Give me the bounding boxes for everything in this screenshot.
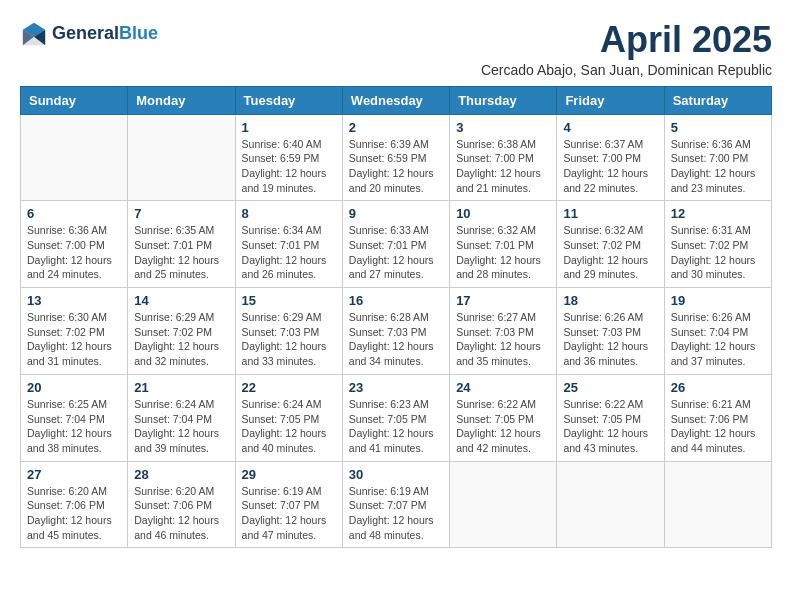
day-number: 9 [349, 206, 443, 221]
day-cell: 3Sunrise: 6:38 AM Sunset: 7:00 PM Daylig… [450, 114, 557, 201]
month-title: April 2025 [481, 20, 772, 60]
day-cell: 13Sunrise: 6:30 AM Sunset: 7:02 PM Dayli… [21, 288, 128, 375]
logo: GeneralBlue [20, 20, 158, 48]
day-cell [664, 461, 771, 548]
week-row-3: 13Sunrise: 6:30 AM Sunset: 7:02 PM Dayli… [21, 288, 772, 375]
day-info: Sunrise: 6:34 AM Sunset: 7:01 PM Dayligh… [242, 223, 336, 282]
day-info: Sunrise: 6:23 AM Sunset: 7:05 PM Dayligh… [349, 397, 443, 456]
day-cell: 21Sunrise: 6:24 AM Sunset: 7:04 PM Dayli… [128, 374, 235, 461]
day-number: 19 [671, 293, 765, 308]
day-cell: 8Sunrise: 6:34 AM Sunset: 7:01 PM Daylig… [235, 201, 342, 288]
day-number: 5 [671, 120, 765, 135]
day-cell: 4Sunrise: 6:37 AM Sunset: 7:00 PM Daylig… [557, 114, 664, 201]
day-cell: 24Sunrise: 6:22 AM Sunset: 7:05 PM Dayli… [450, 374, 557, 461]
day-number: 15 [242, 293, 336, 308]
weekday-header-thursday: Thursday [450, 86, 557, 114]
weekday-header-friday: Friday [557, 86, 664, 114]
day-number: 22 [242, 380, 336, 395]
week-row-5: 27Sunrise: 6:20 AM Sunset: 7:06 PM Dayli… [21, 461, 772, 548]
day-info: Sunrise: 6:24 AM Sunset: 7:05 PM Dayligh… [242, 397, 336, 456]
logo-text: GeneralBlue [52, 24, 158, 44]
day-number: 7 [134, 206, 228, 221]
day-cell: 26Sunrise: 6:21 AM Sunset: 7:06 PM Dayli… [664, 374, 771, 461]
day-info: Sunrise: 6:27 AM Sunset: 7:03 PM Dayligh… [456, 310, 550, 369]
week-row-4: 20Sunrise: 6:25 AM Sunset: 7:04 PM Dayli… [21, 374, 772, 461]
day-info: Sunrise: 6:22 AM Sunset: 7:05 PM Dayligh… [563, 397, 657, 456]
location-subtitle: Cercado Abajo, San Juan, Dominican Repub… [481, 62, 772, 78]
day-number: 30 [349, 467, 443, 482]
day-cell: 2Sunrise: 6:39 AM Sunset: 6:59 PM Daylig… [342, 114, 449, 201]
day-cell: 1Sunrise: 6:40 AM Sunset: 6:59 PM Daylig… [235, 114, 342, 201]
day-number: 3 [456, 120, 550, 135]
day-info: Sunrise: 6:29 AM Sunset: 7:03 PM Dayligh… [242, 310, 336, 369]
day-number: 20 [27, 380, 121, 395]
day-info: Sunrise: 6:35 AM Sunset: 7:01 PM Dayligh… [134, 223, 228, 282]
day-cell [128, 114, 235, 201]
day-number: 17 [456, 293, 550, 308]
weekday-header-saturday: Saturday [664, 86, 771, 114]
day-info: Sunrise: 6:36 AM Sunset: 7:00 PM Dayligh… [671, 137, 765, 196]
day-info: Sunrise: 6:38 AM Sunset: 7:00 PM Dayligh… [456, 137, 550, 196]
day-number: 21 [134, 380, 228, 395]
calendar-table: SundayMondayTuesdayWednesdayThursdayFrid… [20, 86, 772, 549]
day-number: 29 [242, 467, 336, 482]
day-number: 27 [27, 467, 121, 482]
day-number: 14 [134, 293, 228, 308]
day-info: Sunrise: 6:21 AM Sunset: 7:06 PM Dayligh… [671, 397, 765, 456]
day-cell: 7Sunrise: 6:35 AM Sunset: 7:01 PM Daylig… [128, 201, 235, 288]
day-number: 28 [134, 467, 228, 482]
week-row-2: 6Sunrise: 6:36 AM Sunset: 7:00 PM Daylig… [21, 201, 772, 288]
page-header: GeneralBlue April 2025 Cercado Abajo, Sa… [20, 20, 772, 78]
day-cell: 11Sunrise: 6:32 AM Sunset: 7:02 PM Dayli… [557, 201, 664, 288]
day-cell: 27Sunrise: 6:20 AM Sunset: 7:06 PM Dayli… [21, 461, 128, 548]
day-cell: 29Sunrise: 6:19 AM Sunset: 7:07 PM Dayli… [235, 461, 342, 548]
day-number: 6 [27, 206, 121, 221]
logo-icon [20, 20, 48, 48]
day-cell [557, 461, 664, 548]
day-cell [450, 461, 557, 548]
day-cell: 5Sunrise: 6:36 AM Sunset: 7:00 PM Daylig… [664, 114, 771, 201]
weekday-header-wednesday: Wednesday [342, 86, 449, 114]
day-info: Sunrise: 6:20 AM Sunset: 7:06 PM Dayligh… [134, 484, 228, 543]
day-cell: 25Sunrise: 6:22 AM Sunset: 7:05 PM Dayli… [557, 374, 664, 461]
day-info: Sunrise: 6:30 AM Sunset: 7:02 PM Dayligh… [27, 310, 121, 369]
week-row-1: 1Sunrise: 6:40 AM Sunset: 6:59 PM Daylig… [21, 114, 772, 201]
day-info: Sunrise: 6:40 AM Sunset: 6:59 PM Dayligh… [242, 137, 336, 196]
day-info: Sunrise: 6:29 AM Sunset: 7:02 PM Dayligh… [134, 310, 228, 369]
day-info: Sunrise: 6:24 AM Sunset: 7:04 PM Dayligh… [134, 397, 228, 456]
day-info: Sunrise: 6:37 AM Sunset: 7:00 PM Dayligh… [563, 137, 657, 196]
day-number: 24 [456, 380, 550, 395]
day-number: 18 [563, 293, 657, 308]
day-cell: 9Sunrise: 6:33 AM Sunset: 7:01 PM Daylig… [342, 201, 449, 288]
day-info: Sunrise: 6:39 AM Sunset: 6:59 PM Dayligh… [349, 137, 443, 196]
day-cell: 20Sunrise: 6:25 AM Sunset: 7:04 PM Dayli… [21, 374, 128, 461]
day-info: Sunrise: 6:32 AM Sunset: 7:02 PM Dayligh… [563, 223, 657, 282]
day-info: Sunrise: 6:20 AM Sunset: 7:06 PM Dayligh… [27, 484, 121, 543]
day-info: Sunrise: 6:31 AM Sunset: 7:02 PM Dayligh… [671, 223, 765, 282]
day-cell: 15Sunrise: 6:29 AM Sunset: 7:03 PM Dayli… [235, 288, 342, 375]
day-cell: 23Sunrise: 6:23 AM Sunset: 7:05 PM Dayli… [342, 374, 449, 461]
day-cell: 12Sunrise: 6:31 AM Sunset: 7:02 PM Dayli… [664, 201, 771, 288]
day-info: Sunrise: 6:33 AM Sunset: 7:01 PM Dayligh… [349, 223, 443, 282]
day-info: Sunrise: 6:26 AM Sunset: 7:03 PM Dayligh… [563, 310, 657, 369]
day-number: 13 [27, 293, 121, 308]
title-area: April 2025 Cercado Abajo, San Juan, Domi… [481, 20, 772, 78]
day-info: Sunrise: 6:26 AM Sunset: 7:04 PM Dayligh… [671, 310, 765, 369]
logo-general: General [52, 23, 119, 43]
day-info: Sunrise: 6:32 AM Sunset: 7:01 PM Dayligh… [456, 223, 550, 282]
day-number: 12 [671, 206, 765, 221]
day-info: Sunrise: 6:28 AM Sunset: 7:03 PM Dayligh… [349, 310, 443, 369]
day-cell: 16Sunrise: 6:28 AM Sunset: 7:03 PM Dayli… [342, 288, 449, 375]
day-number: 10 [456, 206, 550, 221]
day-number: 26 [671, 380, 765, 395]
day-info: Sunrise: 6:19 AM Sunset: 7:07 PM Dayligh… [242, 484, 336, 543]
day-cell: 30Sunrise: 6:19 AM Sunset: 7:07 PM Dayli… [342, 461, 449, 548]
day-cell: 6Sunrise: 6:36 AM Sunset: 7:00 PM Daylig… [21, 201, 128, 288]
day-cell: 18Sunrise: 6:26 AM Sunset: 7:03 PM Dayli… [557, 288, 664, 375]
day-number: 8 [242, 206, 336, 221]
day-cell: 22Sunrise: 6:24 AM Sunset: 7:05 PM Dayli… [235, 374, 342, 461]
day-number: 1 [242, 120, 336, 135]
day-cell: 19Sunrise: 6:26 AM Sunset: 7:04 PM Dayli… [664, 288, 771, 375]
day-number: 25 [563, 380, 657, 395]
day-info: Sunrise: 6:36 AM Sunset: 7:00 PM Dayligh… [27, 223, 121, 282]
